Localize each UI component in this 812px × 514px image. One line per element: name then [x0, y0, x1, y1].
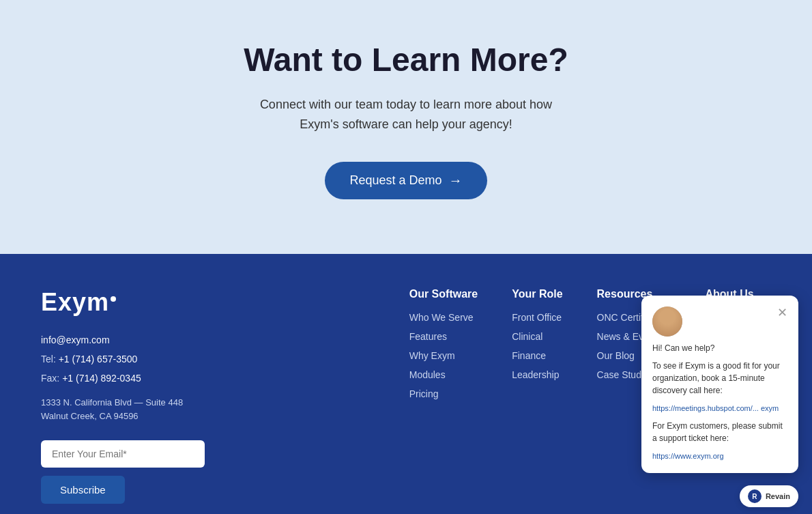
list-item: Pricing: [409, 388, 478, 400]
footer-address: 1333 N. California Blvd — Suite 448 Waln…: [41, 396, 218, 425]
clinical-link[interactable]: Clinical: [512, 331, 542, 342]
front-office-link[interactable]: Front Office: [512, 312, 562, 323]
list-item: Leadership: [512, 369, 562, 381]
features-link[interactable]: Features: [409, 331, 447, 342]
email-link[interactable]: info@exym.com: [41, 334, 110, 345]
blog-link[interactable]: Our Blog: [597, 350, 635, 361]
subscribe-button[interactable]: Subscribe: [41, 476, 125, 504]
role-links: Front Office Clinical Finance Leadership: [512, 311, 562, 381]
chat-header: ✕: [652, 306, 787, 337]
chat-body: Hi! Can we help? To see if Exym is a goo…: [652, 342, 787, 462]
request-demo-button[interactable]: Request a Demo →: [325, 162, 487, 199]
modules-link[interactable]: Modules: [409, 369, 446, 380]
software-links: Who We Serve Features Why Exym Modules P…: [409, 311, 478, 400]
footer-col-software: Our Software Who We Serve Features Why E…: [409, 288, 478, 504]
list-item: Features: [409, 330, 478, 343]
tel-link[interactable]: +1 (714) 657-3500: [59, 354, 138, 365]
list-item: Front Office: [512, 311, 562, 324]
arrow-icon: →: [449, 173, 463, 188]
avatar: [652, 306, 682, 337]
email-input[interactable]: [41, 440, 205, 468]
why-exym-link[interactable]: Why Exym: [409, 350, 455, 361]
list-item: Why Exym: [409, 349, 478, 362]
list-item: Clinical: [512, 330, 562, 343]
fax-link[interactable]: +1 (714) 892-0345: [62, 373, 141, 384]
list-item: Modules: [409, 369, 478, 381]
demo-btn-label: Request a Demo: [349, 173, 441, 188]
chat-link1[interactable]: https://meetings.hubspot.com/... exym: [652, 404, 779, 412]
brand-logo: Exym: [41, 288, 218, 317]
hero-section: Want to Learn More? Connect with our tea…: [0, 0, 812, 254]
col-heading-software: Our Software: [409, 288, 478, 300]
chat-message2: For Exym customers, please submit a supp…: [652, 420, 787, 444]
finance-link[interactable]: Finance: [512, 350, 546, 361]
leadership-link[interactable]: Leadership: [512, 369, 559, 380]
hero-title: Want to Learn More?: [27, 41, 785, 78]
pricing-link[interactable]: Pricing: [409, 388, 439, 399]
revain-widget[interactable]: R Revain: [740, 485, 798, 507]
chat-link2[interactable]: https://www.exym.org: [652, 452, 724, 460]
hero-subtitle: Connect with our team today to learn mor…: [27, 95, 785, 134]
list-item: Finance: [512, 349, 562, 362]
chat-message: To see if Exym is a good fit for your or…: [652, 360, 787, 397]
footer-brand: Exym info@exym.com Tel: +1 (714) 657-350…: [41, 288, 218, 504]
footer-contact: info@exym.com Tel: +1 (714) 657-3500 Fax…: [41, 330, 218, 388]
chat-greeting: Hi! Can we help?: [652, 342, 787, 354]
chat-avatar: [652, 306, 682, 337]
revain-label: Revain: [766, 492, 790, 500]
list-item: Who We Serve: [409, 311, 478, 324]
col-heading-role: Your Role: [512, 288, 562, 300]
revain-logo-icon: R: [748, 489, 762, 503]
chat-close-button[interactable]: ✕: [777, 306, 787, 319]
footer-col-role: Your Role Front Office Clinical Finance …: [512, 288, 562, 504]
chat-widget: ✕ Hi! Can we help? To see if Exym is a g…: [641, 296, 798, 473]
who-we-serve-link[interactable]: Who We Serve: [409, 312, 474, 323]
